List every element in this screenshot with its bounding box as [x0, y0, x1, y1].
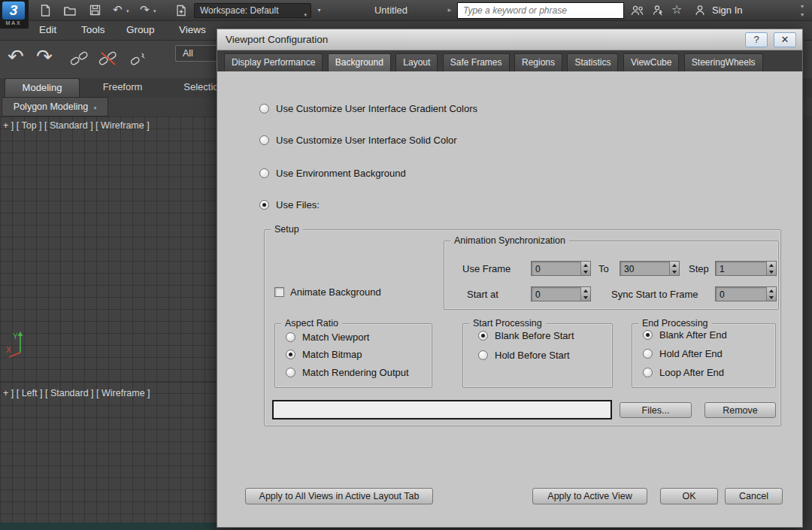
- tab-viewcube[interactable]: ViewCube: [623, 53, 679, 71]
- spinner-arrows: [766, 262, 776, 275]
- spinner-arrows: [766, 287, 776, 301]
- radio-blank-after-end[interactable]: Blank After End: [643, 329, 727, 341]
- ribbon-tab-modeling[interactable]: Modeling: [5, 78, 80, 97]
- radio-label: Hold Before Start: [495, 350, 570, 361]
- radio-gradient-colors[interactable]: Use Customize User Interface Gradient Co…: [259, 103, 477, 114]
- tab-layout[interactable]: Layout: [395, 53, 438, 71]
- sign-in-link[interactable]: Sign In: [712, 5, 742, 16]
- files-button[interactable]: Files...: [620, 402, 692, 418]
- radio-blank-before-start[interactable]: Blank Before Start: [478, 330, 574, 341]
- redo-history-chevron-icon[interactable]: ▾: [153, 8, 156, 14]
- new-file-icon[interactable]: [39, 4, 53, 17]
- tab-display-performance[interactable]: Display Performance: [224, 53, 323, 71]
- remove-button[interactable]: Remove: [704, 402, 776, 418]
- spinner-down-icon[interactable]: [767, 268, 776, 275]
- to-label: To: [598, 263, 609, 274]
- radio-match-rendering-output[interactable]: Match Rendering Output: [286, 367, 409, 378]
- spinner-down-icon[interactable]: [767, 294, 776, 301]
- sync-start-spinner[interactable]: 0: [715, 286, 777, 301]
- radio-use-files[interactable]: Use Files:: [259, 199, 320, 210]
- community-icon[interactable]: [630, 4, 644, 17]
- radio-icon: [286, 368, 295, 377]
- spinner-arrows: [580, 287, 590, 301]
- menu-edit[interactable]: Edit: [39, 24, 56, 35]
- radio-icon: [478, 350, 488, 360]
- radio-match-viewport[interactable]: Match Viewport: [286, 332, 369, 343]
- polygon-modeling-panel[interactable]: Polygon Modeling ▾: [2, 97, 108, 117]
- spinner-up-icon[interactable]: [670, 262, 679, 268]
- undo-history-chevron-icon[interactable]: ▾: [126, 8, 129, 14]
- help-button[interactable]: ?: [745, 32, 768, 47]
- use-frame-spinner[interactable]: 0: [531, 261, 591, 276]
- menu-group[interactable]: Group: [126, 24, 155, 35]
- start-at-value: 0: [532, 287, 580, 301]
- start-at-spinner[interactable]: 0: [531, 286, 591, 301]
- search-input[interactable]: [457, 2, 624, 19]
- spinner-down-icon[interactable]: [581, 294, 590, 301]
- setup-group-title: Setup: [271, 224, 303, 235]
- favorites-star-icon[interactable]: ☆: [671, 2, 682, 17]
- spinner-down-icon[interactable]: [670, 268, 679, 275]
- ok-button[interactable]: OK: [660, 488, 718, 504]
- tab-steeringwheels[interactable]: SteeringWheels: [684, 53, 763, 71]
- spinner-up-icon[interactable]: [767, 287, 776, 294]
- polygon-modeling-label: Polygon Modeling: [14, 101, 88, 112]
- animation-synchronization-title: Animation Synchronization: [450, 235, 569, 246]
- viewport-left-label[interactable]: + ] [ Left ] [ Standard ] [ Wireframe ]: [3, 388, 150, 398]
- spinner-up-icon[interactable]: [767, 262, 776, 268]
- viewport-area[interactable]: + ] [ Top ] [ Standard ] [ Wireframe ] +…: [0, 117, 217, 522]
- viewport-splitter[interactable]: [0, 381, 217, 383]
- apply-all-views-button[interactable]: Apply to All Views in Active Layout Tab: [245, 488, 433, 504]
- dialog-tab-strip: Display Performance Background Layout Sa…: [217, 50, 802, 71]
- open-file-icon[interactable]: [63, 4, 77, 17]
- menu-tools[interactable]: Tools: [81, 24, 105, 35]
- undo-icon[interactable]: ↶: [8, 45, 24, 68]
- application-menu-button[interactable]: 3 MAX: [0, 0, 29, 29]
- tab-safe-frames[interactable]: Safe Frames: [443, 53, 510, 71]
- step-spinner[interactable]: 1: [715, 261, 777, 276]
- undo-icon[interactable]: ↶: [113, 3, 126, 17]
- apply-active-view-button[interactable]: Apply to Active View: [532, 488, 647, 504]
- background-file-path-field[interactable]: [272, 400, 612, 419]
- to-frame-spinner[interactable]: 30: [620, 261, 680, 276]
- toolbar-overflow-button[interactable]: ▾ ▾: [797, 2, 807, 19]
- dialog-body: Use Customize User Interface Gradient Co…: [217, 71, 802, 527]
- aspect-ratio-title: Aspect Ratio: [281, 318, 342, 329]
- feedback-icon[interactable]: [651, 4, 665, 17]
- radio-label: Match Viewport: [302, 332, 369, 343]
- project-toggle-icon[interactable]: [174, 4, 188, 17]
- quick-access-toolbar: Workspace: Default ▾ ▾ Untitled ► ☆ Sign…: [0, 0, 812, 21]
- redo-icon[interactable]: ↷: [36, 45, 53, 68]
- viewport-top-label[interactable]: + ] [ Top ] [ Standard ] [ Wireframe ]: [3, 120, 150, 131]
- radio-match-bitmap[interactable]: Match Bitmap: [286, 349, 362, 360]
- chevron-down-icon: ▾: [797, 2, 807, 11]
- tab-regions[interactable]: Regions: [514, 53, 562, 71]
- radio-environment-background[interactable]: Use Environment Background: [259, 168, 406, 179]
- radio-hold-after-end[interactable]: Hold After End: [643, 348, 723, 359]
- redo-icon[interactable]: ↷: [140, 3, 153, 17]
- radio-loop-after-end[interactable]: Loop After End: [643, 367, 724, 378]
- close-button[interactable]: ✕: [774, 32, 796, 47]
- workspace-selector[interactable]: Workspace: Default ▾: [194, 3, 311, 18]
- user-icon[interactable]: [693, 4, 707, 17]
- spinner-up-icon[interactable]: [581, 262, 590, 268]
- save-file-icon[interactable]: [89, 4, 102, 17]
- ribbon-tab-freeform[interactable]: Freeform: [89, 78, 156, 97]
- workspace-dropdown-button[interactable]: ▾: [314, 3, 325, 18]
- max-logo-icon: 3: [2, 2, 25, 20]
- cancel-button[interactable]: Cancel: [725, 488, 783, 504]
- bind-to-space-warp-icon[interactable]: [129, 50, 150, 71]
- radio-solid-color[interactable]: Use Customize User Interface Solid Color: [259, 135, 457, 146]
- tab-statistics[interactable]: Statistics: [567, 53, 618, 71]
- setup-group: Setup Animation Synchronization Use Fram…: [264, 229, 781, 426]
- menu-views[interactable]: Views: [179, 24, 206, 35]
- tab-background[interactable]: Background: [328, 53, 391, 71]
- dialog-titlebar[interactable]: Viewport Configuration ? ✕: [217, 29, 802, 50]
- spinner-down-icon[interactable]: [581, 268, 590, 275]
- animate-background-checkbox[interactable]: [274, 287, 284, 297]
- spinner-up-icon[interactable]: [581, 287, 590, 294]
- select-and-link-icon[interactable]: [69, 50, 90, 71]
- radio-hold-before-start[interactable]: Hold Before Start: [478, 350, 570, 361]
- document-title: Untitled: [342, 0, 440, 21]
- unlink-selection-icon[interactable]: [98, 50, 119, 71]
